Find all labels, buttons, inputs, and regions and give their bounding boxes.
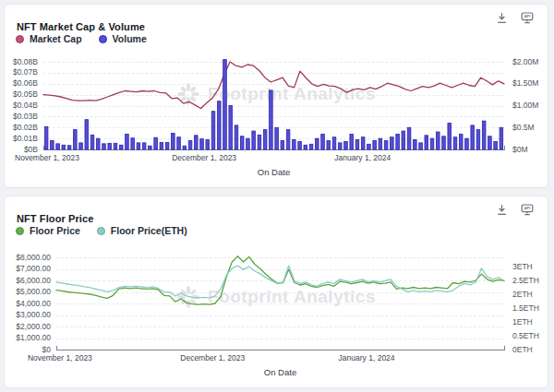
legend-dot: [16, 227, 24, 235]
plot-area: [56, 257, 504, 350]
x-axis-line: [43, 149, 505, 150]
y-axis-label-right: 2.5ETH: [512, 277, 539, 285]
legend: Market Cap Volume: [16, 33, 147, 44]
y-axis-label-right: $0M: [512, 146, 528, 154]
y-axis-label-right: 3ETH: [512, 263, 533, 271]
legend-item-volume[interactable]: Volume: [99, 33, 147, 44]
y-axis-label-right: 1.5ETH: [512, 304, 539, 313]
y-axis-label-right: 0ETH: [512, 346, 533, 354]
y-axis-label-left: $0.07B: [5, 68, 38, 77]
panel-floor-price: $8,000.00$7,000.00$6,000.00$5,000.00$4,0…: [4, 196, 548, 388]
api-icon[interactable]: API: [521, 204, 534, 216]
plot-area: [43, 62, 504, 149]
legend-dot: [16, 35, 24, 43]
legend-item-market-cap[interactable]: Market Cap: [16, 33, 82, 44]
y-axis-label-left: $3,000.00: [5, 311, 51, 319]
y-axis-label-left: $1,000.00: [5, 334, 51, 342]
y-axis-label-right: 0.5ETH: [512, 332, 539, 340]
market-cap-line: [43, 62, 504, 109]
y-axis-label-left: $0.06B: [5, 79, 38, 88]
x-axis-tick-label: November 1, 2023: [28, 353, 92, 362]
panel-title: NFT Floor Price: [17, 213, 93, 224]
panel-toolbar: API: [496, 12, 534, 24]
x-axis-line: [56, 350, 505, 350]
legend: Floor Price Floor Price(ETH): [16, 225, 187, 236]
y-axis-label-right: 1ETH: [512, 318, 533, 327]
y-axis-label-left: $0.03B: [5, 113, 38, 121]
y-axis-label-left: $6,000.00: [5, 277, 51, 285]
x-axis-tick-label: November 1, 2023: [15, 153, 79, 162]
y-axis-label-left: $5,000.00: [5, 288, 51, 296]
y-axis-label-left: $0.08B: [5, 58, 38, 66]
x-axis-tick-label: January 1, 2024: [339, 353, 395, 362]
legend-dot: [97, 227, 105, 235]
api-icon[interactable]: API: [521, 12, 534, 24]
y-axis-label-left: $0.02B: [5, 124, 38, 132]
panel-title: NFT Market Cap & Volume: [17, 21, 145, 32]
y-axis-label-left: $7,000.00: [5, 265, 51, 273]
legend-label: Floor Price(ETH): [111, 225, 187, 236]
y-axis-label-left: $0.01B: [5, 135, 38, 143]
x-axis-tick-label: December 1, 2023: [180, 353, 245, 362]
y-axis-label-left: $0.05B: [5, 90, 38, 99]
legend-label: Floor Price: [30, 225, 80, 236]
y-axis-label-left: $4,000.00: [5, 300, 51, 308]
axis-end-tick: [504, 346, 505, 350]
x-axis-tick-label: December 1, 2023: [172, 153, 236, 162]
legend-label: Volume: [113, 33, 147, 44]
download-icon[interactable]: [496, 12, 508, 24]
x-axis-tick-label: January 1, 2024: [334, 153, 391, 162]
legend-item-floor-price[interactable]: Floor Price: [16, 225, 80, 236]
legend-dot: [99, 35, 107, 43]
panel-toolbar: API: [496, 204, 534, 216]
volume-bars: [44, 60, 502, 149]
y-axis-label-right: $1.00M: [512, 101, 538, 110]
y-axis-label-right: 2ETH: [512, 291, 533, 299]
axis-end-tick: [504, 146, 505, 149]
y-axis-label-left: $2,000.00: [5, 323, 51, 331]
y-axis-label-right: $0.5M: [512, 124, 535, 132]
svg-text:API: API: [524, 206, 531, 210]
svg-text:API: API: [524, 14, 531, 18]
x-axis-title: On Date: [264, 367, 296, 377]
floor-price-line: [56, 256, 504, 304]
download-icon[interactable]: [496, 204, 508, 216]
legend-item-floor-price-eth[interactable]: Floor Price(ETH): [97, 225, 187, 236]
y-axis-label-left: $0.04B: [5, 101, 38, 110]
x-axis-title: On Date: [258, 167, 290, 177]
panel-market-cap-volume: $0.08B$0.07B$0.06B$0.05B$0.04B$0.03B$0.0…: [4, 4, 548, 188]
legend-label: Market Cap: [30, 33, 82, 44]
y-axis-label-left: $8,000.00: [5, 254, 51, 262]
y-axis-label-right: $1.50M: [512, 79, 538, 88]
floor-price-eth-line: [56, 266, 504, 298]
y-axis-label-right: $2.00M: [512, 58, 538, 66]
